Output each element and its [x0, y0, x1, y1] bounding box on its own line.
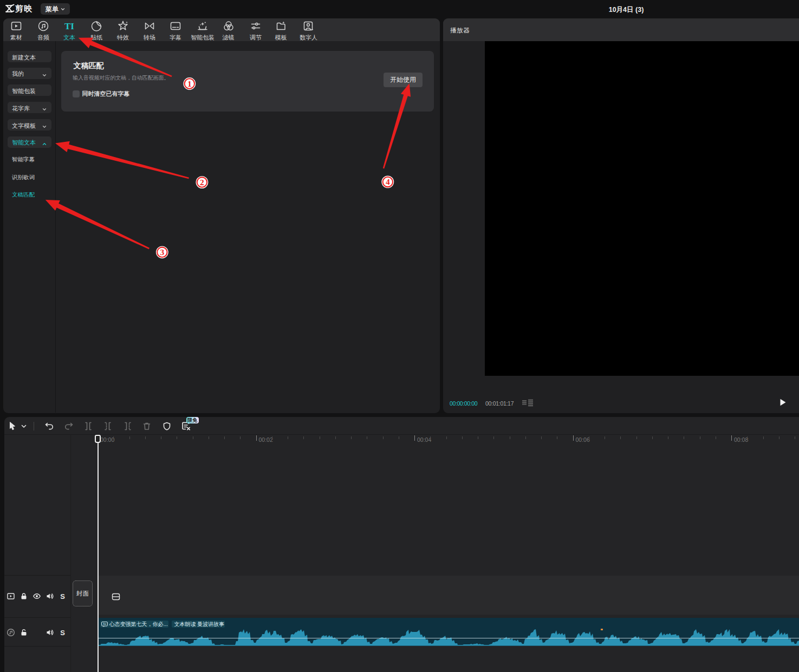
svg-text:Ao: Ao — [103, 622, 107, 625]
